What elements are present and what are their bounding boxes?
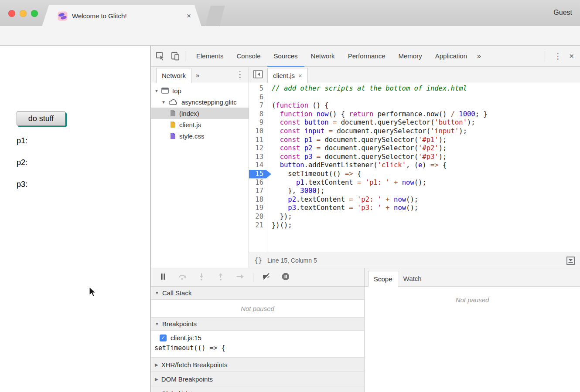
paragraph-p3: p3:	[17, 180, 27, 189]
debugger-toolbar	[151, 268, 364, 287]
line-number[interactable]: 11	[249, 136, 267, 145]
debugger-pane: ▼ Call Stack Not paused ▼ Breakpoints ✓ …	[151, 268, 580, 392]
browser-tab[interactable]: Welcome to Glitch! ×	[42, 5, 201, 27]
pretty-print-icon[interactable]: {}	[254, 257, 262, 264]
tab-title: Welcome to Glitch!	[72, 12, 182, 20]
do-stuff-button[interactable]: do stuff	[17, 111, 65, 126]
tab-performance[interactable]: Performance	[341, 46, 392, 67]
sidebar-overflow-icon[interactable]: »	[191, 68, 204, 83]
line-number[interactable]: 17	[249, 187, 267, 196]
sidebar-tab-network[interactable]: Network	[156, 68, 191, 83]
step-icon[interactable]	[235, 272, 244, 283]
breakpoint-badge[interactable]: 15	[249, 170, 272, 179]
code-line: p1.textContent = 'p1: ' + now();	[272, 179, 426, 187]
traffic-light-zoom[interactable]	[31, 10, 38, 17]
line-number[interactable]: 14	[249, 161, 267, 170]
code-line: // add other scripts at the bottom of in…	[272, 84, 467, 93]
file-icon-gray	[170, 110, 176, 117]
tab-elements[interactable]: Elements	[190, 46, 230, 67]
code-token: document.querySelector(	[321, 153, 418, 161]
code-token: =	[333, 118, 337, 126]
breakpoint-checkbox[interactable]: ✓	[160, 335, 167, 341]
pause-script-icon[interactable]	[159, 272, 167, 283]
code-token: );	[439, 136, 447, 144]
line-number[interactable]: 10	[249, 127, 267, 136]
code-token: )	[422, 161, 430, 169]
code-token: const	[280, 144, 300, 152]
section-breakpoints[interactable]: ▼ Breakpoints	[151, 318, 364, 331]
expander-icon[interactable]: ▼	[154, 88, 161, 93]
tab-console[interactable]: Console	[230, 46, 267, 67]
inspect-element-icon[interactable]	[155, 51, 166, 61]
line-number[interactable]: 20	[249, 213, 267, 221]
breakpoint-entry[interactable]: ✓ client.js:15 setTimeout(() => {	[151, 331, 364, 358]
code-token: p2	[288, 196, 296, 203]
editor-tab-clientjs[interactable]: client.js ×	[267, 68, 308, 83]
code-line: setTimeout(() => {	[272, 170, 361, 179]
pause-on-exceptions-icon[interactable]	[281, 272, 290, 283]
code-token: input	[304, 127, 325, 135]
tree-item--index-[interactable]: (index)	[151, 108, 249, 119]
line-number[interactable]: 21	[249, 221, 267, 230]
section-label: Global Listeners	[161, 390, 208, 392]
traffic-light-minimize[interactable]	[20, 10, 27, 17]
step-into-icon[interactable]	[197, 272, 206, 283]
section-call-stack[interactable]: ▼ Call Stack	[151, 287, 364, 300]
code-token: 3000	[300, 187, 316, 195]
debugger-sidebar: ▼ Call Stack Not paused ▼ Breakpoints ✓ …	[151, 268, 365, 392]
collapse-sidebar-icon[interactable]	[253, 70, 263, 80]
pane-tab-scope[interactable]: Scope	[368, 271, 398, 287]
sidebar-menu-icon[interactable]: ⋮	[232, 69, 249, 79]
code-token: =	[349, 196, 353, 203]
code-token	[361, 179, 365, 186]
code-token: function	[276, 101, 308, 109]
code-token	[390, 204, 394, 212]
section-global-listeners[interactable]: ▶Global Listeners	[151, 386, 364, 392]
line-number[interactable]: 5	[249, 84, 267, 93]
expander-icon[interactable]: ▼	[161, 100, 168, 105]
expanded-triangle-icon: ▼	[155, 291, 159, 295]
section-dom-breakpoints[interactable]: ▶DOM Breakpoints	[151, 372, 364, 386]
step-out-icon[interactable]	[216, 272, 225, 283]
tab-close-icon[interactable]: ×	[187, 12, 191, 20]
code-token: return	[349, 110, 373, 118]
pane-tab-watch[interactable]: Watch	[398, 271, 427, 287]
line-number[interactable]: 19	[249, 204, 267, 213]
code-token	[300, 144, 304, 152]
devtools-menu-icon[interactable]: ⋮	[549, 51, 566, 61]
line-number[interactable]: 16	[249, 179, 267, 187]
code-token: .textContent	[296, 204, 349, 212]
traffic-light-close[interactable]	[8, 10, 15, 17]
new-tab-button[interactable]	[205, 6, 225, 26]
device-toolbar-icon[interactable]	[170, 51, 181, 61]
deactivate-breakpoints-icon[interactable]	[262, 272, 271, 283]
section-label: Breakpoints	[162, 320, 197, 328]
code-line-row: 10 const input = document.querySelector(…	[249, 127, 580, 136]
editor-tab-close-icon[interactable]: ×	[298, 72, 302, 79]
line-number[interactable]: 13	[249, 153, 267, 162]
line-number[interactable]: 6	[249, 93, 267, 102]
code-token: });	[272, 213, 292, 220]
expand-drawer-icon[interactable]	[566, 257, 575, 265]
code-token: '#p2'	[418, 144, 439, 152]
section-xhr-fetch-breakpoints[interactable]: ▶XHR/fetch Breakpoints	[151, 358, 364, 372]
step-over-icon[interactable]	[178, 272, 187, 283]
tree-item-style-css[interactable]: style.css	[151, 130, 249, 142]
tree-item-top[interactable]: ▼top	[151, 85, 249, 96]
code-editor[interactable]: 5// add other scripts at the bottom of i…	[249, 82, 580, 253]
devtools-close-icon[interactable]: ×	[566, 51, 580, 61]
line-number[interactable]: 9	[249, 118, 267, 127]
tab-network[interactable]: Network	[304, 46, 341, 67]
code-token: +	[386, 204, 389, 212]
line-number[interactable]: 8	[249, 110, 267, 119]
line-number[interactable]: 12	[249, 144, 267, 153]
tab-sources[interactable]: Sources	[267, 46, 304, 67]
tree-item-client-js[interactable]: client.js	[151, 119, 249, 130]
line-number[interactable]: 18	[249, 196, 267, 204]
paragraph-p1: p1:	[17, 136, 27, 145]
more-tabs-icon[interactable]: »	[474, 52, 484, 60]
tree-item-asyncstepping-glitc[interactable]: ▼asyncstepping.glitc	[151, 96, 249, 108]
line-number[interactable]: 7	[249, 101, 267, 110]
tab-memory[interactable]: Memory	[392, 46, 429, 67]
tab-application[interactable]: Application	[429, 46, 474, 67]
